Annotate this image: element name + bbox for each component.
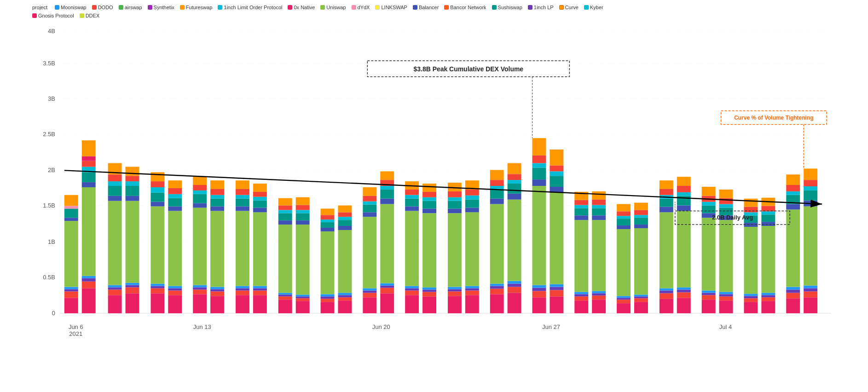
legend-item-gnosis: Gnosis Protocol: [32, 13, 74, 18]
svg-rect-153: [338, 230, 352, 293]
svg-rect-250: [550, 290, 563, 296]
svg-rect-181: [405, 288, 419, 291]
bar-jun6-1[interactable]: [64, 195, 78, 313]
bar-jun18-1[interactable]: [574, 192, 588, 313]
svg-rect-169: [380, 293, 394, 313]
svg-rect-363: [786, 209, 800, 287]
bar-jun17-2[interactable]: [550, 150, 563, 313]
bar-jun13-1[interactable]: [363, 187, 376, 313]
bar-jun19-1[interactable]: [617, 204, 631, 313]
svg-rect-283: [617, 229, 631, 296]
bar-jun7-1[interactable]: [108, 163, 122, 313]
svg-rect-90: [210, 291, 224, 296]
bar-jun8-2[interactable]: [168, 180, 182, 313]
svg-rect-351: [761, 295, 775, 297]
svg-rect-128: [278, 198, 292, 206]
bar-jun21-1[interactable]: [702, 187, 716, 313]
svg-rect-373: [804, 207, 817, 286]
bar-jun14-1[interactable]: [405, 181, 419, 313]
bar-jun8-1[interactable]: [150, 172, 164, 313]
svg-rect-60: [150, 288, 164, 294]
svg-rect-241: [532, 288, 546, 291]
svg-rect-103: [236, 211, 249, 286]
svg-text:Jul 4: Jul 4: [719, 324, 732, 331]
svg-rect-147: [321, 215, 335, 219]
bar-jun12-2[interactable]: [338, 206, 352, 313]
bar-jun10-2[interactable]: [253, 184, 267, 313]
svg-rect-112: [253, 286, 267, 288]
svg-rect-163: [363, 217, 376, 288]
svg-rect-326: [702, 202, 716, 206]
bar-jun23-2[interactable]: [804, 168, 817, 313]
svg-rect-117: [253, 192, 267, 197]
bar-jun15-2[interactable]: [465, 180, 479, 313]
svg-rect-367: [786, 185, 800, 191]
bar-jun16-2[interactable]: [508, 163, 521, 313]
legend-item-kyber: Kyber: [584, 5, 603, 10]
svg-rect-73: [168, 211, 182, 286]
svg-rect-216: [465, 196, 479, 200]
svg-rect-166: [363, 202, 376, 205]
svg-rect-279: [617, 303, 631, 313]
svg-rect-248: [532, 138, 546, 156]
bar-jun22-2[interactable]: [761, 198, 775, 313]
svg-rect-47: [108, 174, 122, 181]
legend-item-mooniswap: Mooniswap: [55, 5, 87, 10]
svg-rect-321: [702, 293, 716, 295]
svg-rect-85: [193, 194, 207, 203]
bar-jun20-1[interactable]: [660, 180, 673, 313]
bar-jun13-2[interactable]: [380, 171, 394, 313]
svg-rect-106: [236, 195, 249, 199]
svg-rect-227: [490, 180, 504, 186]
bar-jun18-2[interactable]: [592, 191, 606, 313]
svg-rect-143: [321, 231, 335, 294]
svg-rect-151: [338, 295, 352, 297]
svg-rect-157: [338, 212, 352, 217]
svg-rect-129: [296, 301, 310, 313]
bar-jun16-1[interactable]: [490, 170, 504, 313]
svg-rect-332: [719, 292, 733, 294]
bar-jun15-1[interactable]: [448, 183, 462, 313]
legend-item-uniswap: Uniswap: [320, 5, 346, 10]
svg-rect-378: [804, 168, 817, 180]
svg-rect-162: [363, 288, 376, 291]
svg-rect-269: [592, 300, 606, 313]
svg-rect-113: [253, 212, 267, 286]
svg-rect-366: [786, 191, 800, 195]
svg-rect-267: [574, 200, 588, 205]
svg-rect-122: [278, 293, 292, 294]
bar-jun11-1[interactable]: [278, 198, 292, 313]
bar-jun19-2[interactable]: [634, 203, 648, 313]
svg-rect-198: [422, 184, 436, 192]
svg-rect-200: [448, 291, 462, 296]
svg-rect-377: [804, 180, 817, 186]
svg-rect-228: [490, 170, 504, 180]
svg-rect-224: [490, 199, 504, 204]
svg-rect-111: [253, 288, 267, 291]
svg-rect-295: [634, 218, 648, 225]
svg-rect-154: [338, 226, 352, 230]
bar-jun23-1[interactable]: [786, 174, 800, 313]
bar-jun9-1[interactable]: [193, 177, 207, 313]
svg-rect-343: [744, 227, 758, 294]
legend-item-ddex: DDEX: [80, 13, 100, 18]
svg-rect-299: [660, 299, 673, 313]
bar-jun14-2[interactable]: [422, 184, 436, 313]
svg-rect-349: [761, 301, 775, 313]
svg-rect-65: [150, 193, 164, 202]
bar-jun7-2[interactable]: [126, 167, 139, 313]
bar-jun21-2[interactable]: [719, 190, 733, 313]
svg-rect-119: [278, 300, 292, 313]
legend-item-curve: Curve: [559, 5, 579, 10]
svg-rect-258: [550, 150, 563, 166]
svg-rect-30: [82, 278, 96, 282]
bar-jun17-1[interactable]: [532, 138, 546, 313]
bar-jun6-2[interactable]: [82, 140, 96, 313]
bar-jun10-1[interactable]: [236, 180, 249, 313]
bar-jun12-1[interactable]: [321, 208, 335, 313]
svg-rect-38: [82, 140, 96, 156]
svg-rect-296: [634, 215, 648, 218]
bar-jun9-2[interactable]: [210, 180, 224, 313]
bar-jun11-2[interactable]: [296, 197, 310, 313]
svg-rect-88: [193, 177, 207, 185]
